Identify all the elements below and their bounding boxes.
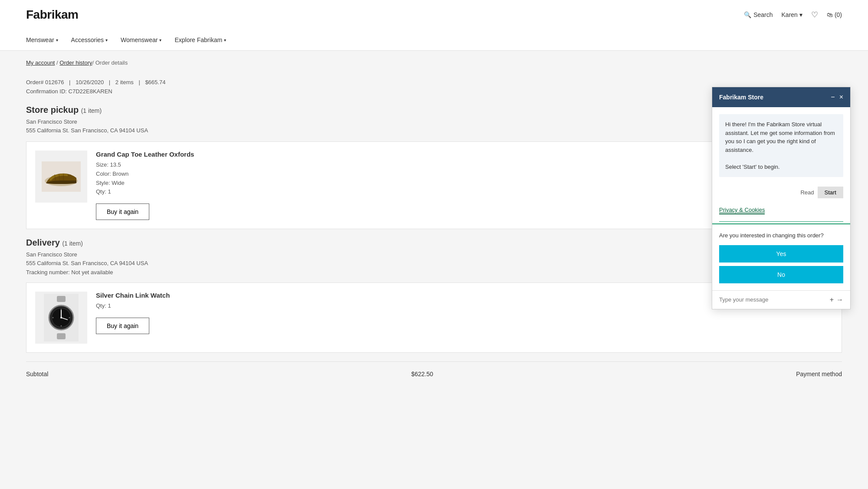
breadcrumb-order-history[interactable]: Order history (59, 59, 92, 66)
watch-image (44, 294, 79, 341)
privacy-link-text[interactable]: Privacy & Cookies (719, 207, 765, 214)
svg-point-14 (61, 309, 62, 310)
search-icon: 🔍 (744, 11, 751, 18)
svg-point-16 (53, 317, 54, 318)
breadcrumb: My account / Order history/ Order detail… (0, 51, 868, 75)
nav-item-womenswear[interactable]: Womenswear ▾ (121, 36, 161, 43)
subtotal-row: Subtotal $622.50 Payment method (26, 361, 842, 386)
cart-count: (0) (835, 11, 842, 18)
chat-plus-button[interactable]: + (830, 296, 834, 304)
header: Fabrikam 🔍 Search Karen ▾ ♡ 🛍 (0) Menswe… (0, 0, 868, 51)
chat-title: Fabrikam Store (719, 94, 763, 101)
chat-send-button[interactable]: → (836, 296, 843, 304)
buy-again-button-1[interactable]: Buy it again (96, 203, 149, 220)
bot-message-intro: Hi there! I'm the Fabrikam Store virtual… (719, 114, 843, 177)
order-items-count: 2 items (115, 79, 134, 85)
nav-item-explore[interactable]: Explore Fabrikam ▾ (174, 36, 226, 43)
order-total: $665.74 (145, 79, 165, 85)
product-attr-2: Qty: 1 (96, 302, 794, 311)
product-details-1: Grand Cap Toe Leather Oxfords Size: 13.5… (96, 151, 794, 220)
confirmation-value: C7D22E8KAREN (69, 88, 112, 95)
chevron-down-icon: ▾ (799, 11, 802, 18)
breadcrumb-separator1: / (55, 59, 58, 66)
order-number-label: Order# (26, 79, 43, 85)
product-details-2: Silver Chain Link Watch Qty: 1 Buy it ag… (96, 292, 794, 334)
subtotal-label: Subtotal (26, 371, 48, 377)
chat-widget: Fabrikam Store − × Hi there! I'm the Fab… (712, 87, 851, 309)
chat-input-icons: + → (830, 296, 843, 304)
separator: | (69, 79, 70, 85)
nav-label-womenswear: Womenswear (121, 36, 158, 43)
nav-label-menswear: Menswear (26, 36, 54, 43)
svg-rect-7 (57, 333, 66, 339)
read-label: Read (800, 189, 814, 196)
store-pickup-count: (1 item) (81, 107, 102, 114)
product-name-1: Grand Cap Toe Leather Oxfords (96, 151, 794, 158)
start-button[interactable]: Start (818, 187, 843, 198)
chevron-down-icon: ▾ (56, 38, 58, 43)
chevron-down-icon: ▾ (224, 38, 226, 43)
svg-point-13 (60, 317, 62, 318)
cart-icon: 🛍 (827, 11, 833, 18)
nav-item-menswear[interactable]: Menswear ▾ (26, 36, 58, 43)
chat-no-button[interactable]: No (719, 266, 843, 283)
svg-point-17 (69, 317, 70, 318)
user-menu[interactable]: Karen ▾ (782, 11, 802, 18)
chat-action-row: Read Start (712, 184, 850, 203)
chat-body: Hi there! I'm the Fabrikam Store virtual… (712, 114, 850, 290)
chat-close-button[interactable]: × (839, 93, 843, 101)
cart-button[interactable]: 🛍 (0) (827, 11, 842, 18)
user-name: Karen (782, 11, 798, 18)
logo[interactable]: Fabrikam (26, 8, 79, 22)
main-nav: Menswear ▾ Accessories ▾ Womenswear ▾ Ex… (26, 30, 842, 50)
chat-header-actions: − × (831, 93, 843, 101)
chat-divider (719, 221, 843, 222)
confirmation-label: Confirmation ID: (26, 88, 67, 95)
chevron-down-icon: ▾ (159, 38, 161, 43)
wishlist-button[interactable]: ♡ (811, 10, 818, 20)
chat-header: Fabrikam Store − × (712, 87, 850, 107)
svg-point-15 (61, 325, 62, 327)
chat-question-section: Are you interested in changing this orde… (712, 223, 850, 290)
order-date: 10/26/2020 (76, 79, 104, 85)
product-image-shoe (35, 151, 87, 203)
buy-again-button-2[interactable]: Buy it again (96, 318, 149, 334)
shoe-image (42, 161, 81, 192)
payment-method-label: Payment method (796, 371, 842, 377)
breadcrumb-my-account[interactable]: My account (26, 59, 55, 66)
product-name-2: Silver Chain Link Watch (96, 292, 794, 299)
separator: | (138, 79, 140, 85)
header-actions: 🔍 Search Karen ▾ ♡ 🛍 (0) (744, 10, 842, 20)
header-top: Fabrikam 🔍 Search Karen ▾ ♡ 🛍 (0) (26, 0, 842, 30)
breadcrumb-separator2: / (92, 59, 94, 66)
product-image-watch (35, 292, 87, 344)
search-label: Search (753, 11, 773, 18)
nav-label-accessories: Accessories (71, 36, 104, 43)
search-button[interactable]: 🔍 Search (744, 11, 773, 18)
chat-question-text: Are you interested in changing this orde… (719, 231, 843, 240)
chat-input-area: + → (712, 290, 850, 309)
chat-input[interactable] (719, 296, 826, 303)
chat-yes-button[interactable]: Yes (719, 245, 843, 263)
nav-item-accessories[interactable]: Accessories ▾ (71, 36, 108, 43)
order-info: Order# 012676 | 10/26/2020 | 2 items | $… (26, 79, 842, 85)
privacy-cookies-link[interactable]: Privacy & Cookies (719, 206, 843, 214)
chevron-down-icon: ▾ (105, 38, 108, 43)
delivery-count: (1 item) (62, 240, 82, 247)
svg-rect-6 (57, 296, 66, 302)
nav-label-explore: Explore Fabrikam (174, 36, 222, 43)
order-number: 012676 (45, 79, 64, 85)
separator: | (109, 79, 110, 85)
breadcrumb-current: Order details (95, 59, 128, 66)
product-attr-1: Size: 13.5 Color: Brown Style: Wide Qty:… (96, 161, 794, 197)
subtotal-amount: $622.50 (411, 371, 433, 377)
chat-minimize-button[interactable]: − (831, 93, 835, 101)
